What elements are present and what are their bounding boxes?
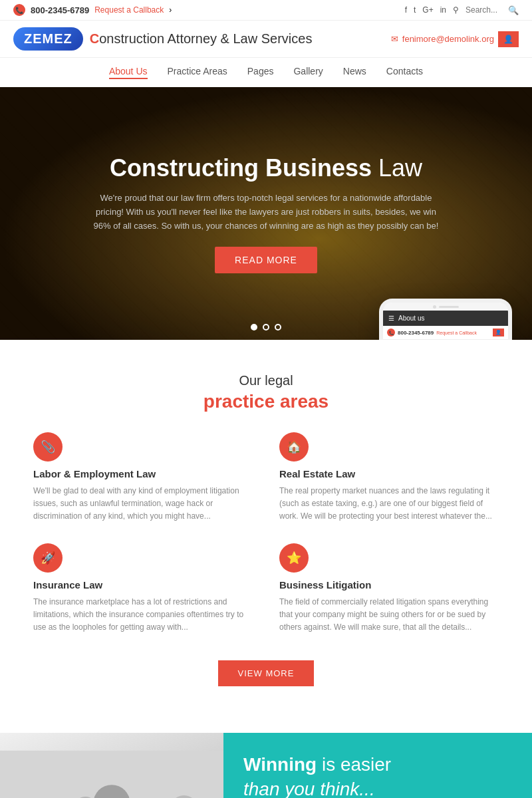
- social5-icon[interactable]: ⚲: [453, 5, 459, 15]
- mobile-phone-icon: 📞: [387, 329, 395, 336]
- hero-title-strong: Constructing Business: [110, 154, 372, 182]
- labor-law-icon: 📎: [33, 432, 63, 462]
- winning-image: [0, 733, 223, 798]
- litigation-law-icon: ⭐: [279, 543, 309, 573]
- mobile-nav-bar: ☰ About us: [383, 311, 508, 326]
- practice-item-litigation: ⭐ Business Litigation The field of comme…: [279, 543, 499, 634]
- practice-section: Our legal practice areas 📎 Labor & Emplo…: [0, 340, 532, 720]
- nav-about-us[interactable]: About Us: [109, 66, 148, 79]
- mobile-phone-bar: 📞 800-2345-6789 Request a Callback 👤: [383, 326, 508, 340]
- user-button[interactable]: 👤: [498, 31, 519, 47]
- practice-item-insurance: 🚀 Insurance Law The insurance marketplac…: [33, 543, 253, 634]
- top-bar-left: 📞 800-2345-6789 Request a Callback ›: [13, 4, 172, 16]
- mobile-menu-label: About us: [398, 315, 424, 322]
- header: ZEMEZ Construction Attorney & Law Servic…: [0, 21, 532, 57]
- winning-section: Winning is easier than you think... Watc…: [0, 733, 532, 798]
- linkedin-icon[interactable]: in: [440, 5, 446, 15]
- hero-content: Constructing Business Law We're proud th…: [73, 154, 459, 273]
- winning-title: Winning is easier than you think...: [243, 753, 512, 798]
- hero-section: Constructing Business Law We're proud th…: [0, 87, 532, 340]
- nav-pages[interactable]: Pages: [247, 66, 274, 79]
- view-more-button[interactable]: view more: [218, 660, 315, 686]
- top-bar-right: f t G+ in ⚲ 🔍: [405, 5, 519, 15]
- callback-link[interactable]: Request a Callback: [94, 5, 164, 15]
- mobile-phone-number: 800-2345-6789: [398, 330, 434, 336]
- logo-badge[interactable]: ZEMEZ: [13, 27, 83, 51]
- search-button[interactable]: 🔍: [508, 5, 519, 15]
- realestate-law-desc: The real property market nuances and the…: [279, 485, 499, 523]
- search-area: 🔍: [466, 5, 519, 15]
- winning-title-strong: Winning: [243, 754, 317, 775]
- nav-contacts[interactable]: Contacts: [386, 66, 423, 79]
- site-title-c: C: [90, 31, 99, 46]
- insurance-law-desc: The insurance marketplace has a lot of r…: [33, 596, 253, 634]
- hero-dot-3[interactable]: [275, 324, 281, 331]
- mobile-preview: ☰ About us 📞 800-2345-6789 Request a Cal…: [379, 299, 512, 340]
- labor-law-title: Labor & Employment Law: [33, 468, 253, 479]
- winning-content: Winning is easier than you think... Watc…: [223, 733, 532, 798]
- labor-law-desc: We'll be glad to deal with any kind of e…: [33, 485, 253, 523]
- winning-title-italic: than you think...: [243, 779, 375, 798]
- hamburger-icon: ☰: [388, 315, 394, 322]
- hero-title: Constructing Business Law: [86, 154, 446, 182]
- email-icon: ✉: [391, 34, 398, 44]
- googleplus-icon[interactable]: G+: [422, 5, 433, 15]
- mobile-callback[interactable]: Request a Callback: [436, 331, 477, 335]
- nav-news[interactable]: News: [343, 66, 366, 79]
- people-svg: [0, 733, 223, 798]
- realestate-law-icon: 🏠: [279, 432, 309, 462]
- insurance-law-icon: 🚀: [33, 543, 63, 573]
- navigation: About Us Practice Areas Pages Gallery Ne…: [0, 57, 532, 87]
- search-input[interactable]: [466, 5, 505, 15]
- realestate-law-title: Real Estate Law: [279, 468, 499, 479]
- email-link[interactable]: fenimore@demolink.org: [402, 34, 494, 44]
- hero-read-more-button[interactable]: read more: [215, 247, 317, 273]
- practice-grid: 📎 Labor & Employment Law We'll be glad t…: [33, 432, 499, 634]
- facebook-icon[interactable]: f: [405, 5, 407, 15]
- winning-image-simulation: [0, 733, 223, 798]
- nav-practice-areas[interactable]: Practice Areas: [168, 66, 227, 79]
- top-bar: 📞 800-2345-6789 Request a Callback › f t…: [0, 0, 532, 21]
- twitter-icon[interactable]: t: [414, 5, 416, 15]
- practice-item-realestate: 🏠 Real Estate Law The real property mark…: [279, 432, 499, 523]
- litigation-law-title: Business Litigation: [279, 579, 499, 591]
- mobile-camera: [433, 305, 436, 309]
- hero-description: We're proud that our law firm offers top…: [86, 192, 446, 233]
- hero-dot-2[interactable]: [263, 324, 269, 331]
- phone-number: 800-2345-6789: [31, 5, 89, 15]
- site-title: Construction Attorney & Law Services: [90, 31, 313, 47]
- callback-arrow: ›: [169, 5, 172, 15]
- nav-gallery[interactable]: Gallery: [293, 66, 323, 79]
- hero-dot-1[interactable]: [251, 324, 257, 331]
- phone-icon: 📞: [13, 4, 25, 16]
- practice-title: practice areas: [13, 391, 519, 412]
- practice-subtitle: Our legal: [13, 373, 519, 388]
- mobile-speaker: [439, 306, 459, 308]
- hero-dots: [251, 324, 281, 331]
- logo-area: ZEMEZ Construction Attorney & Law Servic…: [13, 27, 312, 51]
- mobile-top-bar: [383, 303, 508, 311]
- insurance-law-title: Insurance Law: [33, 579, 253, 591]
- mobile-user-icon: 👤: [493, 329, 504, 336]
- litigation-law-desc: The field of commercially related litiga…: [279, 596, 499, 634]
- practice-item-labor: 📎 Labor & Employment Law We'll be glad t…: [33, 432, 253, 523]
- header-right: ✉ fenimore@demolink.org 👤: [391, 31, 519, 47]
